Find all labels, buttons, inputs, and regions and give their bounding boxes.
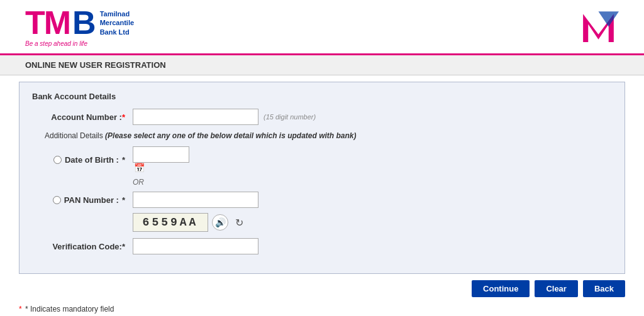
bank-name: Tamilnad Mercantile Bank Ltd — [100, 9, 134, 36]
dob-row: Date of Birth :* 📅 — [32, 146, 612, 173]
account-number-row: Account Number :* (15 digit number) — [32, 109, 612, 125]
calendar-icon: 📅 — [134, 163, 145, 173]
refresh-icon: ↻ — [235, 217, 243, 228]
pan-row: PAN Number :* — [32, 192, 612, 208]
logo-b-letter: B — [72, 6, 96, 39]
mandatory-note: * * Indicates mandatory field — [19, 305, 625, 313]
svg-marker-1 — [599, 11, 619, 26]
account-number-req: * — [122, 112, 125, 122]
verification-req: * — [122, 242, 125, 251]
footer-notes: * * Indicates mandatory field Note: 1. O… — [19, 305, 625, 316]
account-number-input[interactable] — [133, 109, 258, 125]
audio-icon: 🔊 — [215, 217, 226, 227]
dob-input[interactable] — [133, 146, 189, 163]
verification-code-input[interactable] — [133, 238, 258, 254]
continue-button[interactable]: Continue — [472, 280, 530, 297]
captcha-row: 6559AA 🔊 ↻ — [133, 213, 612, 232]
dob-input-wrapper: 📅 — [133, 146, 189, 173]
dob-radio[interactable] — [53, 156, 62, 164]
pan-radio[interactable] — [53, 196, 61, 204]
additional-details-label: Additional Details (Please select any on… — [32, 131, 612, 140]
tmb-logo: TM B Tamilnad Mercantile Bank Ltd Be a s… — [25, 6, 134, 47]
page-title: ONLINE NEW USER REGISTRATION — [25, 60, 166, 70]
back-button[interactable]: Back — [583, 280, 625, 297]
captcha-audio-button[interactable]: 🔊 — [212, 214, 228, 231]
header: TM B Tamilnad Mercantile Bank Ltd Be a s… — [0, 0, 644, 55]
main-content: Bank Account Details Account Number :* (… — [0, 75, 644, 316]
account-number-hint: (15 digit number) — [264, 113, 316, 121]
logo-tm-letters: TM — [25, 6, 70, 39]
account-number-label: Account Number :* — [32, 112, 133, 122]
pan-req: * — [122, 195, 125, 205]
section-title: Bank Account Details — [32, 92, 612, 101]
or-separator: OR — [133, 178, 612, 187]
pan-input[interactable] — [133, 192, 258, 208]
dob-req: * — [122, 155, 125, 165]
verification-code-row: Verification Code:* — [32, 238, 612, 254]
verification-label: Verification Code:* — [32, 242, 133, 251]
captcha-image: 6559AA — [133, 213, 208, 232]
page-title-bar: ONLINE NEW USER REGISTRATION — [0, 55, 644, 75]
bank-account-details-section: Bank Account Details Account Number :* (… — [19, 82, 625, 274]
captcha-refresh-button[interactable]: ↻ — [232, 215, 246, 229]
button-row: Continue Clear Back — [19, 280, 625, 297]
m-logo-icon — [578, 6, 619, 47]
logo-tagline: Be a step ahead in life — [25, 40, 87, 47]
clear-button[interactable]: Clear — [535, 280, 578, 297]
pan-radio-label: PAN Number :* — [32, 195, 133, 205]
dob-radio-label: Date of Birth :* — [32, 155, 133, 165]
